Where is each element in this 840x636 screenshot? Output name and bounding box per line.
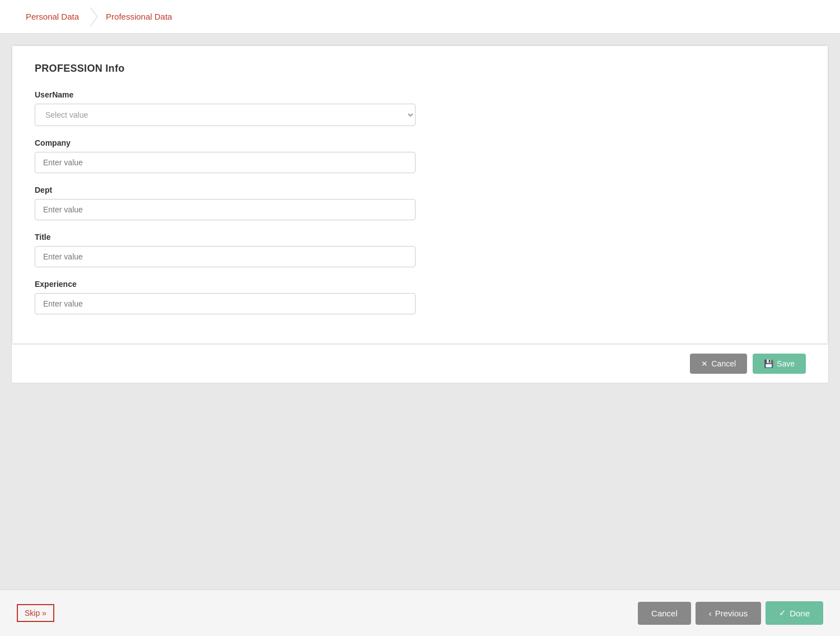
company-group: Company <box>35 138 805 173</box>
dept-group: Dept <box>35 185 805 220</box>
section-title: PROFESSION Info <box>35 63 805 75</box>
chevron-left-icon: ‹ <box>709 609 712 618</box>
company-input[interactable] <box>35 152 416 173</box>
nav-previous-button[interactable]: ‹ Previous <box>696 602 761 625</box>
card-action-bar: ✕ Cancel 💾 Save <box>12 344 828 383</box>
experience-input[interactable] <box>35 293 416 314</box>
username-group: UserName Select value <box>35 90 805 126</box>
save-icon: 💾 <box>764 359 773 368</box>
tab-bar: Personal Data Professional Data <box>0 0 840 34</box>
dept-input[interactable] <box>35 199 416 220</box>
title-input[interactable] <box>35 246 416 267</box>
save-button[interactable]: 💾 Save <box>753 354 806 374</box>
nav-done-button[interactable]: ✓ Done <box>766 601 823 625</box>
dept-label: Dept <box>35 185 805 194</box>
experience-group: Experience <box>35 280 805 314</box>
username-select[interactable]: Select value <box>35 104 416 126</box>
bottom-nav: Skip » Cancel ‹ Previous ✓ Done <box>0 589 840 636</box>
title-group: Title <box>35 233 805 267</box>
skip-link[interactable]: Skip » <box>17 604 54 622</box>
nav-cancel-button[interactable]: Cancel <box>638 602 691 625</box>
username-label: UserName <box>35 90 805 99</box>
company-label: Company <box>35 138 805 147</box>
form-card: PROFESSION Info UserName Select value Co… <box>12 45 828 344</box>
experience-label: Experience <box>35 280 805 289</box>
tab-professional-data[interactable]: Professional Data <box>90 0 183 33</box>
check-icon: ✓ <box>779 608 786 618</box>
form-card-wrapper: PROFESSION Info UserName Select value Co… <box>11 45 829 383</box>
main-content: PROFESSION Info UserName Select value Co… <box>0 34 840 589</box>
bottom-nav-right: Cancel ‹ Previous ✓ Done <box>638 601 823 625</box>
tab-personal-data[interactable]: Personal Data <box>17 0 90 33</box>
cancel-button[interactable]: ✕ Cancel <box>690 354 747 374</box>
cancel-icon: ✕ <box>701 359 708 368</box>
title-label: Title <box>35 233 805 242</box>
